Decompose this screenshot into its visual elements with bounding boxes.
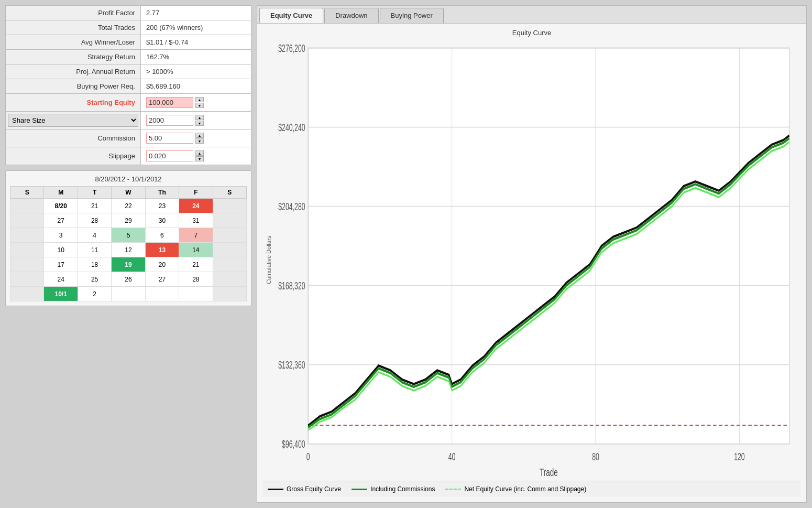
stats-row: Avg Winner/Loser$1.01 / $-0.74 bbox=[6, 35, 251, 50]
svg-text:0: 0 bbox=[306, 451, 310, 462]
calendar-cell: 28 bbox=[179, 272, 213, 287]
tabs-bar: Equity CurveDrawdownBuying Power bbox=[257, 6, 806, 24]
calendar-cell: 6 bbox=[145, 228, 179, 243]
cal-header: F bbox=[179, 187, 213, 199]
share-size-down[interactable]: ▼ bbox=[195, 121, 204, 126]
cal-header: Th bbox=[145, 187, 179, 199]
left-panel: Profit Factor2.77Total Trades200 (67% wi… bbox=[5, 5, 251, 503]
calendar-cell: 22 bbox=[112, 199, 145, 213]
cal-header: M bbox=[44, 187, 78, 199]
stats-row: Strategy Return162.7% bbox=[6, 50, 251, 64]
starting-equity-row: Starting Equity ▲ ▼ bbox=[6, 94, 251, 112]
calendar-cell: 8/20 bbox=[44, 199, 78, 213]
slippage-cell: ▲ ▼ bbox=[140, 147, 251, 165]
calendar-cell: 12 bbox=[112, 243, 145, 257]
stat-label: Strategy Return bbox=[6, 50, 141, 64]
legend-line-incl-comm bbox=[352, 489, 367, 490]
svg-text:120: 120 bbox=[734, 451, 745, 462]
calendar-cell: 21 bbox=[78, 199, 111, 213]
stat-value: $5,689,160 bbox=[140, 79, 251, 94]
calendar-cell bbox=[213, 257, 246, 272]
calendar-cell: 24 bbox=[44, 272, 78, 287]
calendar-cell: 31 bbox=[179, 213, 213, 228]
commission-up[interactable]: ▲ bbox=[195, 133, 204, 138]
calendar-cell bbox=[179, 287, 213, 301]
cal-header: W bbox=[112, 187, 145, 199]
stats-table: Profit Factor2.77Total Trades200 (67% wi… bbox=[5, 5, 251, 165]
calendar-cell: 27 bbox=[44, 213, 78, 228]
calendar-cell bbox=[213, 213, 246, 228]
calendar-cell bbox=[213, 272, 246, 287]
stat-value: $1.01 / $-0.74 bbox=[140, 35, 251, 50]
share-size-select-cell: Share Size bbox=[6, 112, 141, 129]
calendar-cell: 10/1 bbox=[44, 287, 78, 301]
stat-label: Total Trades bbox=[6, 20, 141, 35]
slippage-up[interactable]: ▲ bbox=[195, 150, 204, 156]
calendar-cell bbox=[145, 287, 179, 301]
calendar-cell bbox=[112, 287, 145, 301]
calendar-cell: 5 bbox=[112, 228, 145, 243]
stats-row: Total Trades200 (67% winners) bbox=[6, 20, 251, 35]
stats-row: Buying Power Req.$5,689,160 bbox=[6, 79, 251, 94]
tab-equity-curve[interactable]: Equity Curve bbox=[259, 8, 323, 23]
calendar-cell bbox=[10, 287, 44, 301]
starting-equity-down[interactable]: ▼ bbox=[195, 103, 204, 108]
share-size-up[interactable]: ▲ bbox=[195, 115, 204, 120]
svg-text:$132,360: $132,360 bbox=[278, 359, 305, 370]
calendar-cell bbox=[10, 213, 44, 228]
right-panel: Equity CurveDrawdownBuying Power Equity … bbox=[257, 5, 807, 503]
calendar-cell: 7 bbox=[179, 228, 213, 243]
calendar-table: SMTWThFS 8/20212223242728293031345671011… bbox=[10, 186, 247, 301]
stat-label: Profit Factor bbox=[6, 6, 141, 20]
stat-value: 2.77 bbox=[140, 6, 251, 20]
calendar-cell bbox=[10, 272, 44, 287]
calendar-row: 1011121314 bbox=[10, 243, 247, 257]
calendar-cell bbox=[213, 228, 246, 243]
share-size-input[interactable] bbox=[146, 115, 193, 126]
svg-text:Trade: Trade bbox=[540, 466, 558, 479]
calendar-cell bbox=[213, 199, 246, 213]
calendar-row: 10/12 bbox=[10, 287, 247, 301]
tab-drawdown[interactable]: Drawdown bbox=[324, 8, 378, 23]
chart-inner: $276,200 $240,240 $204,280 $168,320 $132… bbox=[273, 39, 801, 481]
commission-down[interactable]: ▼ bbox=[195, 138, 204, 144]
legend-item-net: Net Equity Curve (inc. Comm and Slippage… bbox=[445, 485, 586, 493]
calendar-cell: 4 bbox=[78, 228, 111, 243]
legend-label: Gross Equity Curve bbox=[287, 485, 341, 493]
calendar-section: 8/20/2012 - 10/1/2012 SMTWThFS 8/2021222… bbox=[5, 170, 251, 306]
stat-value: 162.7% bbox=[140, 50, 251, 64]
tab-buying-power[interactable]: Buying Power bbox=[380, 8, 444, 23]
slippage-row: Slippage ▲ ▼ bbox=[6, 147, 251, 165]
stat-value: 200 (67% winners) bbox=[140, 20, 251, 35]
starting-equity-input[interactable] bbox=[146, 97, 193, 108]
chart-container: Cumulative Dollars bbox=[262, 39, 801, 481]
svg-text:$96,400: $96,400 bbox=[282, 438, 305, 449]
y-axis-label: Cumulative Dollars bbox=[262, 39, 273, 481]
chart-area: Equity Curve Cumulative Dollars bbox=[257, 24, 806, 502]
calendar-cell: 13 bbox=[145, 243, 179, 257]
slippage-input[interactable] bbox=[146, 150, 193, 161]
calendar-cell: 28 bbox=[78, 213, 111, 228]
calendar-cell: 19 bbox=[112, 257, 145, 272]
calendar-cell: 26 bbox=[112, 272, 145, 287]
calendar-row: 1718192021 bbox=[10, 257, 247, 272]
equity-curve-svg: $276,200 $240,240 $204,280 $168,320 $132… bbox=[273, 39, 801, 481]
legend-line-net bbox=[445, 489, 461, 490]
calendar-cell: 21 bbox=[179, 257, 213, 272]
calendar-cell: 30 bbox=[145, 213, 179, 228]
legend-item-gross: Gross Equity Curve bbox=[268, 485, 341, 493]
share-size-select[interactable]: Share Size bbox=[8, 114, 138, 127]
calendar-cell: 23 bbox=[145, 199, 179, 213]
svg-text:$240,240: $240,240 bbox=[278, 122, 305, 133]
slippage-down[interactable]: ▼ bbox=[195, 156, 204, 161]
slippage-label: Slippage bbox=[6, 147, 141, 165]
share-size-row: Share Size ▲ ▼ bbox=[6, 112, 251, 129]
commission-input[interactable] bbox=[146, 133, 193, 144]
calendar-cell: 20 bbox=[145, 257, 179, 272]
legend-item-incl-comm: Including Commissions bbox=[352, 485, 435, 493]
starting-equity-up[interactable]: ▲ bbox=[195, 97, 204, 102]
svg-rect-0 bbox=[308, 48, 789, 444]
stats-row: Profit Factor2.77 bbox=[6, 6, 251, 20]
cal-header: T bbox=[78, 187, 111, 199]
calendar-cell: 2 bbox=[78, 287, 111, 301]
